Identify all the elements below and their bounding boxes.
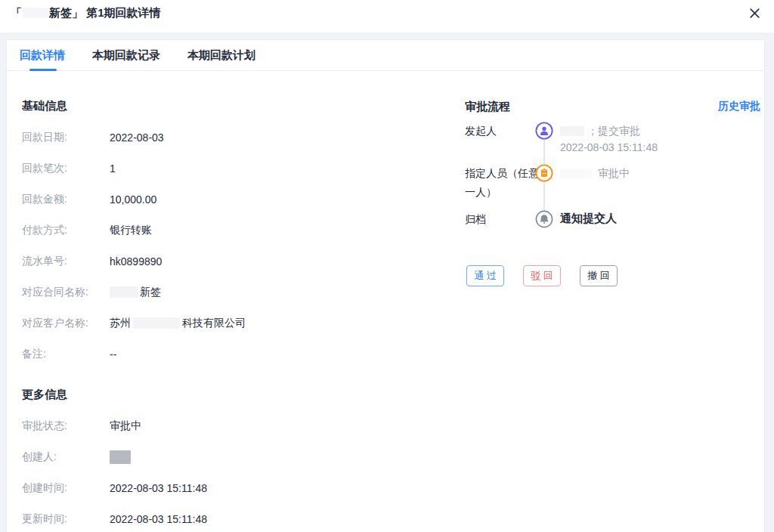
tab-payment-detail[interactable]: 回款详情	[20, 40, 65, 70]
redacted-customer-segment	[133, 317, 180, 329]
field-value: 1	[110, 162, 116, 175]
field-label: 创建人:	[22, 450, 110, 464]
field-row-payment-method: 付款方式: 银行转账	[22, 215, 445, 246]
field-label: 创建时间:	[22, 481, 110, 495]
modal-title: 「新签」 第1期回款详情	[11, 6, 161, 20]
step-initiator-time: 2022-08-03 15:11:48	[560, 140, 658, 155]
history-approval-link[interactable]: 历史审批	[718, 100, 760, 113]
field-row-update-time: 更新时间: 2022-08-03 15:11:48	[22, 503, 445, 532]
contract-name-suffix: 新签	[140, 286, 161, 298]
field-label: 对应合同名称:	[22, 286, 110, 299]
bell-icon	[535, 210, 553, 228]
section-heading-more-info: 更多信息	[22, 379, 445, 410]
tab-label: 回款详情	[20, 48, 65, 63]
redacted-creator-name	[110, 450, 131, 464]
redacted-approver-name	[560, 169, 592, 178]
field-label: 回款日期:	[22, 131, 110, 144]
field-value: --	[110, 348, 116, 360]
field-value: 2022-08-03 15:11:48	[110, 482, 207, 494]
reject-button[interactable]: 驳 回	[523, 265, 561, 286]
initiator-action-text: ；提交审批	[587, 125, 640, 137]
withdraw-button[interactable]: 撤 回	[580, 265, 618, 286]
field-row-payment-date: 回款日期: 2022-08-03	[22, 122, 445, 153]
field-label: 备注:	[22, 348, 110, 361]
field-value: 2022-08-03	[110, 131, 164, 144]
field-label: 付款方式:	[22, 224, 110, 237]
field-value: 审批中	[110, 419, 141, 433]
step-label-initiator: 发起人	[465, 123, 539, 138]
field-label: 流水单号:	[22, 255, 110, 268]
info-column: 基础信息 回款日期: 2022-08-03 回款笔次: 1 回款金额: 10,0…	[22, 91, 445, 532]
field-row-creator: 创建人:	[22, 441, 445, 472]
approval-flow-panel: 审批流程 历史审批 发起人 ；提交审批 2022-08-03 15:11:48 …	[465, 97, 760, 294]
approval-panel-header: 审批流程 历史审批	[465, 97, 760, 116]
title-text: 新签」 第1期回款详情	[49, 6, 161, 19]
redacted-contract-segment	[110, 286, 138, 298]
approval-actions: 通 过 驳 回 撤 回	[466, 265, 618, 286]
field-label: 更新时间:	[22, 512, 110, 526]
field-value: hk0899890	[110, 255, 162, 268]
field-label: 审批状态:	[22, 419, 110, 433]
field-label: 对应客户名称:	[22, 317, 110, 330]
tab-label: 本期回款计划	[187, 48, 255, 63]
field-value: 新签	[110, 286, 161, 299]
tab-period-payment-records[interactable]: 本期回款记录	[92, 40, 160, 70]
tab-label: 本期回款记录	[92, 48, 160, 63]
detail-card: 回款详情 本期回款记录 本期回款计划 基础信息 回款日期: 2022-08-03…	[6, 39, 765, 532]
section-heading-approval-flow: 审批流程	[465, 100, 510, 114]
step-label-designated-approver: 指定人员（任意一人）	[465, 164, 539, 202]
field-row-payment-count: 回款笔次: 1	[22, 153, 445, 184]
redacted-initiator-name	[560, 126, 584, 136]
step-initiator-action: ；提交审批	[560, 123, 640, 138]
close-icon[interactable]	[747, 5, 762, 20]
main-content: 基础信息 回款日期: 2022-08-03 回款笔次: 1 回款金额: 10,0…	[7, 71, 764, 532]
field-value: 银行转账	[110, 224, 152, 237]
modal-header: 「新签」 第1期回款详情	[0, 0, 774, 32]
field-row-payment-amount: 回款金额: 10,000.00	[22, 184, 445, 215]
tab-bar: 回款详情 本期回款记录 本期回款计划	[7, 40, 764, 71]
approve-button[interactable]: 通 过	[466, 265, 504, 286]
field-row-create-time: 创建时间: 2022-08-03 15:11:48	[22, 472, 445, 503]
field-value: 10,000.00	[110, 193, 156, 206]
field-value: 2022-08-03 15:11:48	[110, 513, 207, 525]
customer-name-suffix: 科技有限公司	[182, 317, 246, 329]
redacted-title-segment	[23, 8, 48, 18]
tab-period-payment-plan[interactable]: 本期回款计划	[187, 40, 255, 70]
field-label: 回款笔次:	[22, 162, 110, 175]
field-row-customer-name: 对应客户名称: 苏州科技有限公司	[22, 308, 445, 339]
customer-name-prefix: 苏州	[110, 317, 131, 329]
step-archive-text: 通知提交人	[560, 211, 617, 226]
field-value: 苏州科技有限公司	[110, 317, 246, 330]
section-heading-basic-info: 基础信息	[22, 91, 445, 122]
field-label: 回款金额:	[22, 193, 110, 206]
step-approver-status: 审批中	[598, 165, 630, 181]
clipboard-icon	[535, 164, 553, 182]
user-icon	[535, 122, 553, 140]
field-row-approval-status: 审批状态: 审批中	[22, 410, 445, 441]
field-row-remark: 备注: --	[22, 339, 445, 370]
field-row-contract-name: 对应合同名称: 新签	[22, 277, 445, 308]
step-label-archive: 归档	[465, 212, 539, 227]
field-row-transaction-number: 流水单号: hk0899890	[22, 246, 445, 277]
title-prefix: 「	[11, 6, 22, 19]
